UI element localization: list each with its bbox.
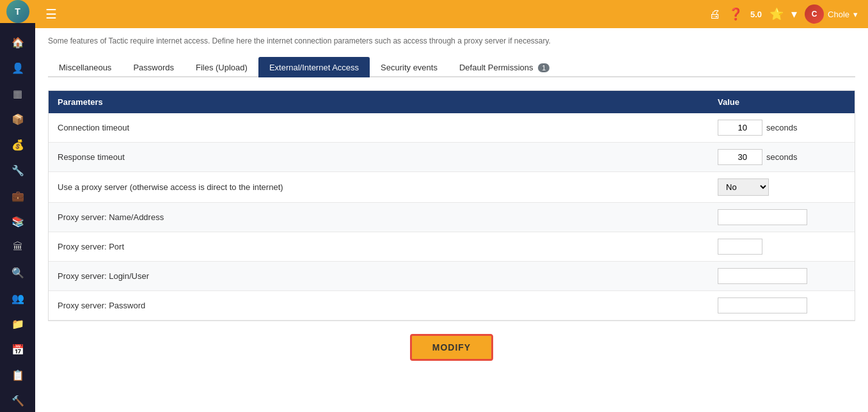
sidebar-item-briefcase[interactable]: 💼: [0, 183, 35, 209]
sidebar-item-grid[interactable]: ▦: [0, 81, 35, 106]
tab-badge: 1: [538, 63, 549, 72]
sidebar-nav: 🏠 👤 ▦ 📦 💰 🔧 💼 📚 🏛 🔍 👥 📁 📅 📋 🔨: [0, 29, 35, 412]
row-value-proxy-name: [718, 209, 846, 225]
row-param-proxy-port: Proxy server: Port: [58, 242, 718, 251]
sidebar-item-packages[interactable]: 📦: [0, 106, 35, 132]
header-left: ☰: [45, 6, 57, 22]
table-row: Proxy server: Name/Address: [49, 203, 855, 232]
button-area: MODIFY: [48, 321, 855, 374]
row-param-connection-timeout: Connection timeout: [58, 123, 718, 132]
logo-circle: T: [6, 0, 29, 23]
tab-passwords[interactable]: Passwords: [122, 57, 185, 77]
tabs-bar: Miscellaneous Passwords Files (Upload) E…: [48, 57, 855, 77]
row-param-response-timeout: Response timeout: [58, 152, 718, 162]
sidebar-item-library[interactable]: 📚: [0, 209, 35, 234]
header: ☰ 🖨 ❓ 5.0 ⭐ ▾ C Chole ▾: [35, 0, 868, 28]
username-label: Chole: [828, 10, 849, 19]
response-timeout-unit: seconds: [766, 152, 797, 162]
proxy-port-input[interactable]: [718, 239, 762, 255]
chevron-down-icon[interactable]: ▾: [791, 7, 797, 21]
table-header: Parameters Value: [49, 91, 855, 113]
tab-miscellaneous[interactable]: Miscellaneous: [48, 57, 122, 77]
row-param-proxy-password: Proxy server: Password: [58, 301, 718, 310]
help-icon[interactable]: ❓: [729, 7, 743, 21]
proxy-server-select[interactable]: No Yes: [718, 178, 769, 196]
table-row: Proxy server: Password: [49, 291, 855, 321]
col-params-header: Parameters: [58, 97, 718, 107]
col-value-header: Value: [718, 97, 846, 107]
modify-button[interactable]: MODIFY: [410, 334, 493, 361]
table-row: Proxy server: Port: [49, 232, 855, 262]
page-description: Some features of Tactic require internet…: [48, 36, 855, 47]
sidebar-item-calendar[interactable]: 📅: [0, 337, 35, 362]
sidebar-item-tools[interactable]: 🔧: [0, 157, 35, 183]
row-value-response-timeout: seconds: [718, 149, 846, 165]
print-icon[interactable]: 🖨: [709, 8, 721, 21]
row-value-connection-timeout: seconds: [718, 120, 846, 136]
sidebar-item-contacts[interactable]: 👥: [0, 285, 35, 311]
row-value-proxy-password: [718, 297, 846, 313]
table-row: Proxy server: Login/User: [49, 262, 855, 291]
connection-timeout-input[interactable]: [718, 120, 762, 136]
tab-external-internet-access[interactable]: External/Internet Access: [258, 57, 370, 77]
row-value-proxy-select: No Yes: [718, 178, 846, 196]
sidebar-item-home[interactable]: 🏠: [0, 29, 35, 55]
proxy-login-input[interactable]: [718, 268, 807, 284]
tab-files-upload[interactable]: Files (Upload): [185, 57, 258, 77]
user-chevron-icon: ▾: [853, 10, 858, 19]
row-param-proxy-name: Proxy server: Name/Address: [58, 212, 718, 222]
tab-security-events[interactable]: Security events: [370, 57, 448, 77]
sidebar-logo: T: [0, 0, 35, 23]
row-value-proxy-login: [718, 268, 846, 284]
main-wrap: ☰ 🖨 ❓ 5.0 ⭐ ▾ C Chole ▾ Some features of…: [35, 0, 868, 412]
row-param-proxy-server: Use a proxy server (otherwise access is …: [58, 182, 718, 192]
header-right: 🖨 ❓ 5.0 ⭐ ▾ C Chole ▾: [709, 4, 858, 24]
avatar: C: [805, 4, 824, 24]
sidebar-item-wrench[interactable]: 🔨: [0, 388, 35, 412]
page-content: Some features of Tactic require internet…: [35, 28, 868, 412]
sidebar-item-reports[interactable]: 📋: [0, 362, 35, 388]
response-timeout-input[interactable]: [718, 149, 762, 165]
sidebar-item-users[interactable]: 👤: [0, 55, 35, 81]
proxy-name-input[interactable]: [718, 209, 807, 225]
tab-default-permissions[interactable]: Default Permissions 1: [448, 57, 560, 77]
sidebar-item-search[interactable]: 🔍: [0, 260, 35, 285]
row-param-proxy-login: Proxy server: Login/User: [58, 271, 718, 281]
row-value-proxy-port: [718, 239, 846, 255]
hamburger-button[interactable]: ☰: [45, 6, 57, 22]
table-row: Connection timeout seconds: [49, 113, 855, 143]
version-label: 5.0: [750, 10, 762, 19]
table-row: Response timeout seconds: [49, 143, 855, 172]
sidebar-item-folders[interactable]: 📁: [0, 311, 35, 337]
star-icon[interactable]: ⭐: [769, 7, 784, 21]
user-menu[interactable]: C Chole ▾: [805, 4, 858, 24]
connection-timeout-unit: seconds: [766, 123, 797, 132]
sidebar-item-buildings[interactable]: 🏛: [0, 234, 35, 260]
table-row: Use a proxy server (otherwise access is …: [49, 172, 855, 203]
sidebar: T 🏠 👤 ▦ 📦 💰 🔧 💼 📚 🏛 🔍 👥 📁 📅 📋 🔨: [0, 0, 35, 412]
params-table: Parameters Value Connection timeout seco…: [48, 90, 855, 321]
sidebar-item-finance[interactable]: 💰: [0, 132, 35, 157]
proxy-password-input[interactable]: [718, 297, 807, 313]
